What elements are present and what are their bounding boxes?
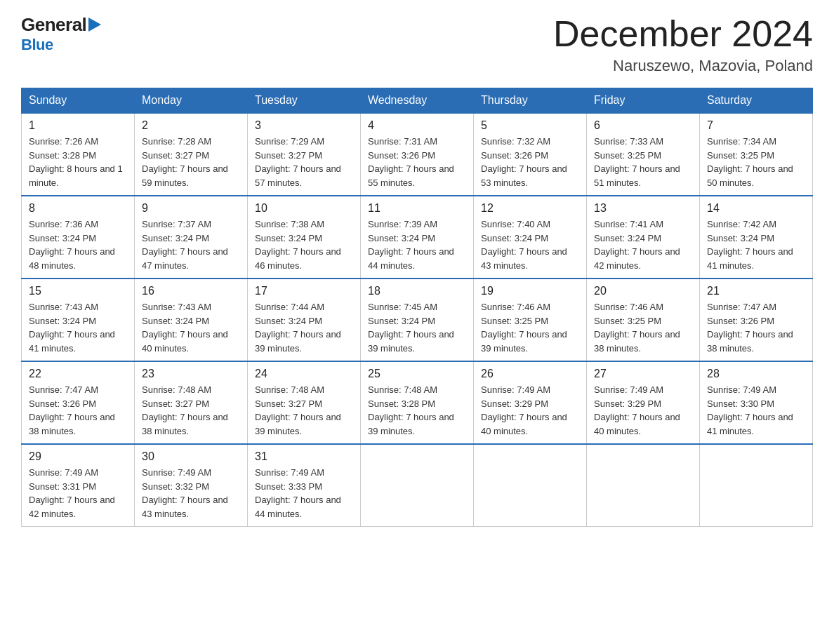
day-info: Sunrise: 7:39 AMSunset: 3:24 PMDaylight:… <box>368 217 466 272</box>
calendar-cell: 16 Sunrise: 7:43 AMSunset: 3:24 PMDaylig… <box>135 279 248 361</box>
logo-triangle-icon <box>88 18 101 32</box>
day-number: 5 <box>481 119 579 132</box>
calendar-week-row: 15 Sunrise: 7:43 AMSunset: 3:24 PMDaylig… <box>22 279 813 361</box>
location-title: Naruszewo, Mazovia, Poland <box>553 57 813 75</box>
day-number: 13 <box>594 202 692 215</box>
day-info: Sunrise: 7:47 AMSunset: 3:26 PMDaylight:… <box>707 300 805 355</box>
day-info: Sunrise: 7:31 AMSunset: 3:26 PMDaylight:… <box>368 135 466 189</box>
day-info: Sunrise: 7:29 AMSunset: 3:27 PMDaylight:… <box>255 135 353 189</box>
calendar-cell <box>361 444 474 527</box>
day-number: 3 <box>255 119 353 132</box>
calendar-cell: 31 Sunrise: 7:49 AMSunset: 3:33 PMDaylig… <box>248 444 361 527</box>
day-info: Sunrise: 7:48 AMSunset: 3:27 PMDaylight:… <box>255 383 353 438</box>
column-header-wednesday: Wednesday <box>361 88 474 114</box>
calendar-cell: 23 Sunrise: 7:48 AMSunset: 3:27 PMDaylig… <box>135 361 248 444</box>
calendar-cell: 28 Sunrise: 7:49 AMSunset: 3:30 PMDaylig… <box>700 361 813 444</box>
calendar-cell: 2 Sunrise: 7:28 AMSunset: 3:27 PMDayligh… <box>135 113 248 196</box>
calendar-cell: 6 Sunrise: 7:33 AMSunset: 3:25 PMDayligh… <box>587 113 700 196</box>
calendar-cell <box>587 444 700 527</box>
calendar-cell: 18 Sunrise: 7:45 AMSunset: 3:24 PMDaylig… <box>361 279 474 361</box>
day-number: 10 <box>255 202 353 215</box>
calendar-cell: 25 Sunrise: 7:48 AMSunset: 3:28 PMDaylig… <box>361 361 474 444</box>
day-number: 27 <box>594 368 692 380</box>
day-info: Sunrise: 7:49 AMSunset: 3:32 PMDaylight:… <box>142 466 240 521</box>
calendar-cell: 21 Sunrise: 7:47 AMSunset: 3:26 PMDaylig… <box>700 279 813 361</box>
day-number: 31 <box>255 450 353 463</box>
day-number: 18 <box>368 285 466 297</box>
calendar-cell: 15 Sunrise: 7:43 AMSunset: 3:24 PMDaylig… <box>22 279 135 361</box>
day-info: Sunrise: 7:45 AMSunset: 3:24 PMDaylight:… <box>368 300 466 355</box>
calendar-cell: 14 Sunrise: 7:42 AMSunset: 3:24 PMDaylig… <box>700 196 813 279</box>
day-info: Sunrise: 7:49 AMSunset: 3:30 PMDaylight:… <box>707 383 805 438</box>
day-info: Sunrise: 7:38 AMSunset: 3:24 PMDaylight:… <box>255 217 353 272</box>
calendar-cell: 12 Sunrise: 7:40 AMSunset: 3:24 PMDaylig… <box>474 196 587 279</box>
day-info: Sunrise: 7:32 AMSunset: 3:26 PMDaylight:… <box>481 135 579 189</box>
calendar-cell: 30 Sunrise: 7:49 AMSunset: 3:32 PMDaylig… <box>135 444 248 527</box>
day-number: 2 <box>142 119 240 132</box>
page-header: General Blue December 2024 Naruszewo, Ma… <box>21 14 813 75</box>
calendar-cell: 19 Sunrise: 7:46 AMSunset: 3:25 PMDaylig… <box>474 279 587 361</box>
calendar-cell: 4 Sunrise: 7:31 AMSunset: 3:26 PMDayligh… <box>361 113 474 196</box>
day-info: Sunrise: 7:46 AMSunset: 3:25 PMDaylight:… <box>481 300 579 355</box>
day-number: 1 <box>29 119 127 132</box>
day-number: 20 <box>594 285 692 297</box>
calendar-week-row: 8 Sunrise: 7:36 AMSunset: 3:24 PMDayligh… <box>22 196 813 279</box>
day-info: Sunrise: 7:28 AMSunset: 3:27 PMDaylight:… <box>142 135 240 189</box>
day-number: 29 <box>29 450 127 463</box>
column-header-tuesday: Tuesday <box>248 88 361 114</box>
day-info: Sunrise: 7:41 AMSunset: 3:24 PMDaylight:… <box>594 217 692 272</box>
day-info: Sunrise: 7:40 AMSunset: 3:24 PMDaylight:… <box>481 217 579 272</box>
day-number: 7 <box>707 119 805 132</box>
day-info: Sunrise: 7:33 AMSunset: 3:25 PMDaylight:… <box>594 135 692 189</box>
day-info: Sunrise: 7:43 AMSunset: 3:24 PMDaylight:… <box>142 300 240 355</box>
day-info: Sunrise: 7:48 AMSunset: 3:28 PMDaylight:… <box>368 383 466 438</box>
day-info: Sunrise: 7:49 AMSunset: 3:31 PMDaylight:… <box>29 466 127 521</box>
calendar-cell: 5 Sunrise: 7:32 AMSunset: 3:26 PMDayligh… <box>474 113 587 196</box>
day-number: 28 <box>707 368 805 380</box>
day-number: 26 <box>481 368 579 380</box>
calendar-cell: 8 Sunrise: 7:36 AMSunset: 3:24 PMDayligh… <box>22 196 135 279</box>
month-title: December 2024 <box>553 14 813 54</box>
calendar-cell: 17 Sunrise: 7:44 AMSunset: 3:24 PMDaylig… <box>248 279 361 361</box>
calendar-cell: 24 Sunrise: 7:48 AMSunset: 3:27 PMDaylig… <box>248 361 361 444</box>
calendar-header-row: SundayMondayTuesdayWednesdayThursdayFrid… <box>22 88 813 114</box>
day-number: 25 <box>368 368 466 380</box>
calendar-cell: 29 Sunrise: 7:49 AMSunset: 3:31 PMDaylig… <box>22 444 135 527</box>
logo-blue-text: Blue <box>21 36 53 54</box>
day-number: 15 <box>29 285 127 297</box>
day-number: 11 <box>368 202 466 215</box>
day-info: Sunrise: 7:48 AMSunset: 3:27 PMDaylight:… <box>142 383 240 438</box>
day-info: Sunrise: 7:49 AMSunset: 3:29 PMDaylight:… <box>594 383 692 438</box>
calendar-cell: 26 Sunrise: 7:49 AMSunset: 3:29 PMDaylig… <box>474 361 587 444</box>
day-number: 21 <box>707 285 805 297</box>
calendar-cell: 22 Sunrise: 7:47 AMSunset: 3:26 PMDaylig… <box>22 361 135 444</box>
title-block: December 2024 Naruszewo, Mazovia, Poland <box>553 14 813 75</box>
day-number: 30 <box>142 450 240 463</box>
calendar-cell: 9 Sunrise: 7:37 AMSunset: 3:24 PMDayligh… <box>135 196 248 279</box>
day-info: Sunrise: 7:34 AMSunset: 3:25 PMDaylight:… <box>707 135 805 189</box>
column-header-friday: Friday <box>587 88 700 114</box>
day-info: Sunrise: 7:47 AMSunset: 3:26 PMDaylight:… <box>29 383 127 438</box>
day-number: 24 <box>255 368 353 380</box>
calendar-cell: 20 Sunrise: 7:46 AMSunset: 3:25 PMDaylig… <box>587 279 700 361</box>
column-header-saturday: Saturday <box>700 88 813 114</box>
column-header-sunday: Sunday <box>22 88 135 114</box>
day-number: 17 <box>255 285 353 297</box>
calendar-week-row: 22 Sunrise: 7:47 AMSunset: 3:26 PMDaylig… <box>22 361 813 444</box>
logo: General Blue <box>21 14 102 54</box>
day-info: Sunrise: 7:26 AMSunset: 3:28 PMDaylight:… <box>29 135 127 189</box>
day-info: Sunrise: 7:42 AMSunset: 3:24 PMDaylight:… <box>707 217 805 272</box>
day-number: 6 <box>594 119 692 132</box>
day-info: Sunrise: 7:49 AMSunset: 3:33 PMDaylight:… <box>255 466 353 521</box>
day-info: Sunrise: 7:44 AMSunset: 3:24 PMDaylight:… <box>255 300 353 355</box>
day-info: Sunrise: 7:43 AMSunset: 3:24 PMDaylight:… <box>29 300 127 355</box>
day-number: 12 <box>481 202 579 215</box>
day-number: 16 <box>142 285 240 297</box>
day-number: 4 <box>368 119 466 132</box>
calendar-week-row: 29 Sunrise: 7:49 AMSunset: 3:31 PMDaylig… <box>22 444 813 527</box>
day-number: 9 <box>142 202 240 215</box>
day-info: Sunrise: 7:46 AMSunset: 3:25 PMDaylight:… <box>594 300 692 355</box>
day-number: 23 <box>142 368 240 380</box>
calendar-cell: 11 Sunrise: 7:39 AMSunset: 3:24 PMDaylig… <box>361 196 474 279</box>
column-header-thursday: Thursday <box>474 88 587 114</box>
